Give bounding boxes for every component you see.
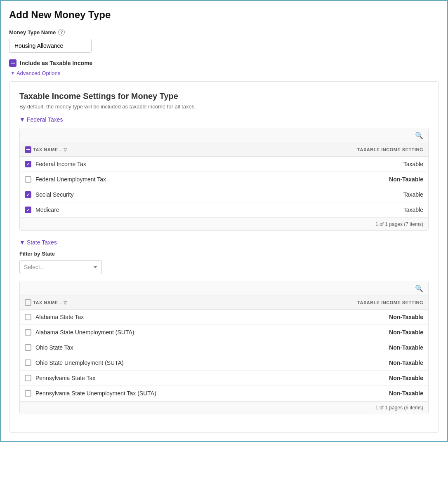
advanced-options-link[interactable]: ▼ Advanced Options <box>11 70 439 76</box>
table-row: Federal Income Tax Taxable <box>20 157 428 172</box>
alabama-suta-setting: Non-Taxable <box>389 329 423 336</box>
alabama-suta-name: Alabama State Unemployment (SUTA) <box>35 329 134 336</box>
table-row: Pennsylvania State Tax Non-Taxable <box>20 371 428 386</box>
federal-taxes-chevron-icon: ▼ <box>19 116 25 123</box>
money-type-name-input[interactable] <box>9 39 92 53</box>
pennsylvania-state-tax-setting: Non-Taxable <box>389 375 423 381</box>
state-taxes-col-setting: TAXABLE INCOME SETTING <box>357 300 423 305</box>
filter-by-state-label: Filter by State <box>19 251 429 257</box>
federal-unemployment-tax-setting: Non-Taxable <box>389 176 423 183</box>
federal-taxes-sort-icon[interactable]: ↓ <box>60 148 62 152</box>
federal-taxes-select-all-checkbox[interactable] <box>25 146 31 153</box>
ohio-state-tax-checkbox[interactable] <box>25 344 31 351</box>
state-taxes-header[interactable]: ▼ State Taxes <box>19 239 429 246</box>
table-row: Medicare Taxable <box>20 202 428 218</box>
state-taxes-filter-icon[interactable]: ▽ <box>64 301 67 305</box>
federal-taxes-table: 🔍 TAX NAME ↓ ▽ TAXABLE INCOME SETTING Fe… <box>19 128 429 231</box>
state-taxes-pagination: 1 of 1 pages (6 items) <box>20 401 428 414</box>
state-taxes-table-header: TAX NAME ↓ ▽ TAXABLE INCOME SETTING <box>20 296 428 310</box>
alabama-state-tax-name: Alabama State Tax <box>35 314 84 320</box>
taxable-income-toggle[interactable] <box>9 59 17 67</box>
alabama-suta-checkbox[interactable] <box>25 329 31 336</box>
ohio-state-tax-setting: Non-Taxable <box>389 344 423 351</box>
federal-taxes-search-bar: 🔍 <box>20 128 428 143</box>
table-row: Alabama State Unemployment (SUTA) Non-Ta… <box>20 325 428 340</box>
pennsylvania-sut-checkbox[interactable] <box>25 390 31 397</box>
federal-taxes-search-icon[interactable]: 🔍 <box>415 132 423 139</box>
state-taxes-label: State Taxes <box>27 239 57 246</box>
state-taxes-search-icon[interactable]: 🔍 <box>415 284 423 292</box>
advanced-options-chevron-icon: ▼ <box>11 71 15 75</box>
federal-taxes-header[interactable]: ▼ Federal Taxes <box>19 116 429 123</box>
taxable-income-toggle-row: Include as Taxable Income <box>9 59 439 67</box>
table-row: Ohio State Tax Non-Taxable <box>20 340 428 355</box>
money-type-name-help-icon[interactable]: ? <box>58 29 65 35</box>
alabama-state-tax-checkbox[interactable] <box>25 314 31 320</box>
table-row: Alabama State Tax Non-Taxable <box>20 310 428 325</box>
advanced-options-label: Advanced Options <box>17 70 60 76</box>
table-row: Federal Unemployment Tax Non-Taxable <box>20 172 428 187</box>
social-security-name: Social Security <box>35 191 74 198</box>
state-filter-select[interactable]: Select... <box>19 260 102 274</box>
state-taxes-chevron-icon: ▼ <box>19 239 25 246</box>
ohio-state-tax-name: Ohio State Tax <box>35 344 73 351</box>
state-taxes-search-bar: 🔍 <box>20 281 428 296</box>
federal-income-tax-name: Federal Income Tax <box>35 161 86 167</box>
pennsylvania-sut-setting: Non-Taxable <box>389 390 423 397</box>
pennsylvania-state-tax-name: Pennsylvania State Tax <box>35 375 95 381</box>
state-taxes-table: 🔍 TAX NAME ↓ ▽ TAXABLE INCOME SETTING Al… <box>19 281 429 414</box>
federal-unemployment-tax-name: Federal Unemployment Tax <box>35 176 106 183</box>
advanced-options-panel: Taxable Income Settings for Money Type B… <box>9 81 439 433</box>
federal-taxes-table-header: TAX NAME ↓ ▽ TAXABLE INCOME SETTING <box>20 143 428 157</box>
alabama-state-tax-setting: Non-Taxable <box>389 314 423 320</box>
state-taxes-select-all-checkbox[interactable] <box>25 299 31 306</box>
ohio-suta-checkbox[interactable] <box>25 359 31 366</box>
social-security-setting: Taxable <box>403 191 423 198</box>
medicare-setting: Taxable <box>403 207 423 213</box>
state-taxes-sort-icon[interactable]: ↓ <box>60 301 62 305</box>
filter-by-state-section: Filter by State Select... <box>19 251 429 274</box>
medicare-checkbox[interactable] <box>25 207 31 213</box>
federal-taxes-col-name: TAX NAME <box>33 147 58 152</box>
ohio-suta-name: Ohio State Unemployment (SUTA) <box>35 359 124 366</box>
federal-taxes-pagination: 1 of 1 pages (7 items) <box>20 218 428 230</box>
pennsylvania-sut-name: Pennsylvania State Unemployment Tax (SUT… <box>35 390 156 397</box>
federal-taxes-label: Federal Taxes <box>27 116 63 123</box>
table-row: Ohio State Unemployment (SUTA) Non-Taxab… <box>20 355 428 371</box>
table-row: Pennsylvania State Unemployment Tax (SUT… <box>20 386 428 401</box>
ohio-suta-setting: Non-Taxable <box>389 359 423 366</box>
state-taxes-col-name: TAX NAME <box>33 300 58 305</box>
table-row: Social Security Taxable <box>20 187 428 202</box>
medicare-name: Medicare <box>35 207 59 213</box>
federal-income-tax-setting: Taxable <box>403 161 423 167</box>
federal-income-tax-checkbox[interactable] <box>25 161 31 167</box>
taxable-income-label: Include as Taxable Income <box>20 60 92 66</box>
page-title: Add New Money Type <box>9 9 439 21</box>
money-type-name-label: Money Type Name ? <box>9 29 439 35</box>
federal-taxes-filter-icon[interactable]: ▽ <box>64 148 67 152</box>
federal-taxes-col-setting: TAXABLE INCOME SETTING <box>357 147 423 152</box>
taxable-income-settings-title: Taxable Income Settings for Money Type <box>19 92 429 101</box>
taxable-income-settings-desc: By default, the money type will be inclu… <box>19 103 429 110</box>
social-security-checkbox[interactable] <box>25 191 31 198</box>
pennsylvania-state-tax-checkbox[interactable] <box>25 375 31 381</box>
federal-unemployment-tax-checkbox[interactable] <box>25 176 31 183</box>
